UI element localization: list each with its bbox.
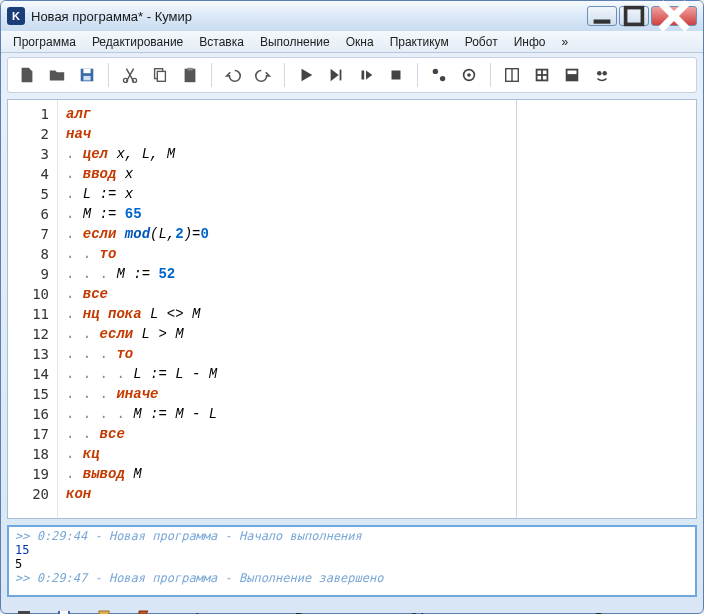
svg-rect-6 [83, 76, 90, 81]
status-analysis: Анализ [193, 610, 237, 615]
undo-icon[interactable] [220, 62, 246, 88]
console[interactable]: >> 0:29:44 - Новая программа - Начало вы… [7, 525, 697, 597]
doc-status-icon[interactable] [93, 606, 115, 614]
menu-edit[interactable]: Редактирование [84, 33, 191, 51]
layout1-icon[interactable] [499, 62, 525, 88]
menubar: Программа Редактирование Вставка Выполне… [1, 31, 703, 53]
svg-rect-15 [392, 71, 401, 80]
svg-rect-25 [538, 76, 542, 80]
console-output: 5 [15, 557, 689, 571]
svg-rect-23 [538, 71, 542, 75]
statusbar: Анализ Выполнено шагов: 34 Выполнение з.… [7, 603, 697, 614]
flag-status-icon[interactable] [133, 606, 155, 614]
svg-rect-28 [568, 71, 577, 75]
code-area[interactable]: алгнач. цел x, L, M. ввод x. L := x. M :… [58, 100, 516, 518]
step-over-icon[interactable] [353, 62, 379, 88]
right-pane [516, 100, 696, 518]
stop-status-icon[interactable] [13, 606, 35, 614]
run-step-icon[interactable] [323, 62, 349, 88]
svg-rect-24 [543, 71, 547, 75]
svg-rect-14 [362, 71, 365, 80]
svg-rect-12 [187, 68, 192, 71]
titlebar[interactable]: K Новая программа* - Кумир [1, 1, 703, 31]
stop-icon[interactable] [383, 62, 409, 88]
svg-rect-11 [185, 69, 196, 83]
menu-insert[interactable]: Вставка [191, 33, 252, 51]
cut-icon[interactable] [117, 62, 143, 88]
window-title: Новая программа* - Кумир [31, 9, 587, 24]
menu-robot[interactable]: Робот [457, 33, 506, 51]
editor[interactable]: 1234567891011121314151617181920 алгнач. … [7, 99, 697, 519]
svg-point-19 [467, 73, 471, 77]
open-file-icon[interactable] [44, 62, 70, 88]
robot-icon[interactable] [589, 62, 615, 88]
save-status-icon[interactable] [53, 606, 75, 614]
line-gutter: 1234567891011121314151617181920 [8, 100, 58, 518]
status-steps: Выполнено шагов: 34 [295, 610, 425, 615]
menu-program[interactable]: Программа [5, 33, 84, 51]
svg-point-30 [602, 71, 607, 76]
svg-rect-5 [83, 69, 90, 74]
close-button[interactable] [651, 6, 697, 26]
svg-point-29 [597, 71, 602, 76]
svg-rect-26 [543, 76, 547, 80]
paste-icon[interactable] [177, 62, 203, 88]
svg-rect-1 [626, 8, 643, 25]
maximize-button[interactable] [619, 6, 649, 26]
layout3-icon[interactable] [559, 62, 585, 88]
menu-info[interactable]: Инфо [506, 33, 554, 51]
svg-point-17 [440, 76, 445, 81]
copy-icon[interactable] [147, 62, 173, 88]
menu-practicum[interactable]: Практикум [382, 33, 457, 51]
breakpoint-icon[interactable] [426, 62, 452, 88]
run-icon[interactable] [293, 62, 319, 88]
minimize-button[interactable] [587, 6, 617, 26]
watch-icon[interactable] [456, 62, 482, 88]
svg-rect-13 [340, 70, 342, 81]
app-window: K Новая программа* - Кумир Программа Ред… [0, 0, 704, 614]
console-line: >> 0:29:44 - Новая программа - Начало вы… [15, 529, 689, 543]
layout2-icon[interactable] [529, 62, 555, 88]
svg-point-7 [123, 78, 127, 82]
console-input: 15 [15, 543, 689, 557]
save-icon[interactable] [74, 62, 100, 88]
menu-windows[interactable]: Окна [338, 33, 382, 51]
redo-icon[interactable] [250, 62, 276, 88]
svg-point-16 [433, 69, 438, 74]
svg-rect-10 [157, 71, 165, 81]
status-exec: Выполнение з... [595, 610, 691, 615]
svg-point-8 [132, 78, 136, 82]
menu-run[interactable]: Выполнение [252, 33, 338, 51]
new-file-icon[interactable] [14, 62, 40, 88]
app-icon: K [7, 7, 25, 25]
toolbar [7, 57, 697, 93]
menu-more[interactable]: » [553, 33, 576, 51]
console-line: >> 0:29:47 - Новая программа - Выполнени… [15, 571, 689, 585]
